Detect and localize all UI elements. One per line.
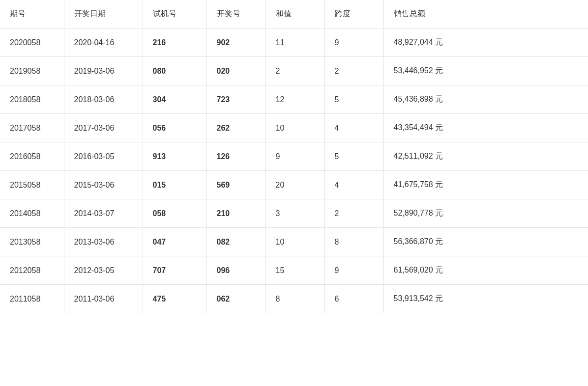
- table-body: 20200582020-04-1621690211948,927,044 元20…: [0, 28, 588, 313]
- cell-kuadu: 6: [324, 285, 383, 313]
- cell-shiji: 056: [143, 114, 206, 142]
- cell-kaijang: 210: [206, 199, 265, 228]
- cell-kuadu: 5: [324, 142, 383, 171]
- cell-shiji: 058: [143, 199, 206, 228]
- cell-kaijang: 569: [206, 171, 265, 199]
- cell-hezhi: 8: [265, 285, 324, 313]
- cell-shiji: 304: [143, 85, 206, 114]
- cell-shiji: 080: [143, 57, 206, 85]
- cell-xiaoshou: 48,927,044 元: [383, 28, 588, 57]
- cell-kuadu: 9: [324, 256, 383, 285]
- cell-date: 2016-03-05: [64, 142, 143, 171]
- cell-shiji: 216: [143, 28, 206, 57]
- table-row: 20110582011-03-064750628653,913,542 元: [0, 285, 588, 313]
- cell-hezhi: 3: [265, 199, 324, 228]
- cell-xiaoshou: 52,890,778 元: [383, 199, 588, 228]
- cell-xiaoshou: 53,913,542 元: [383, 285, 588, 313]
- table-row: 20170582017-03-0605626210443,354,494 元: [0, 114, 588, 142]
- header-hezhi: 和值: [265, 0, 324, 28]
- cell-qihao: 2012058: [0, 256, 64, 285]
- cell-kaijang: 262: [206, 114, 265, 142]
- cell-qihao: 2015058: [0, 171, 64, 199]
- header-shiji: 试机号: [143, 0, 206, 28]
- cell-kaijang: 902: [206, 28, 265, 57]
- cell-date: 2020-04-16: [64, 28, 143, 57]
- cell-kaijang: 082: [206, 228, 265, 256]
- cell-shiji: 475: [143, 285, 206, 313]
- cell-qihao: 2013058: [0, 228, 64, 256]
- cell-xiaoshou: 43,354,494 元: [383, 114, 588, 142]
- header-xiaoshou: 销售总额: [383, 0, 588, 28]
- cell-kaijang: 126: [206, 142, 265, 171]
- cell-kuadu: 4: [324, 114, 383, 142]
- cell-shiji: 015: [143, 171, 206, 199]
- header-qihao: 期号: [0, 0, 64, 28]
- cell-date: 2014-03-07: [64, 199, 143, 228]
- header-kaijang: 开奖号: [206, 0, 265, 28]
- cell-hezhi: 9: [265, 142, 324, 171]
- cell-date: 2011-03-06: [64, 285, 143, 313]
- cell-date: 2013-03-06: [64, 228, 143, 256]
- table-row: 20190582019-03-060800202253,446,952 元: [0, 57, 588, 85]
- cell-xiaoshou: 42,511,092 元: [383, 142, 588, 171]
- cell-date: 2017-03-06: [64, 114, 143, 142]
- cell-kaijang: 020: [206, 57, 265, 85]
- table-row: 20140582014-03-070582103252,890,778 元: [0, 199, 588, 228]
- header-kuadu: 跨度: [324, 0, 383, 28]
- cell-kuadu: 9: [324, 28, 383, 57]
- cell-kaijang: 096: [206, 256, 265, 285]
- cell-date: 2015-03-06: [64, 171, 143, 199]
- table-header-row: 期号 开奖日期 试机号 开奖号 和值 跨度 销售总额: [0, 0, 588, 28]
- cell-shiji: 707: [143, 256, 206, 285]
- cell-qihao: 2020058: [0, 28, 64, 57]
- cell-hezhi: 2: [265, 57, 324, 85]
- cell-xiaoshou: 56,366,870 元: [383, 228, 588, 256]
- header-date: 开奖日期: [64, 0, 143, 28]
- cell-qihao: 2014058: [0, 199, 64, 228]
- cell-qihao: 2019058: [0, 57, 64, 85]
- cell-qihao: 2011058: [0, 285, 64, 313]
- cell-hezhi: 15: [265, 256, 324, 285]
- cell-xiaoshou: 45,436,898 元: [383, 85, 588, 114]
- cell-hezhi: 20: [265, 171, 324, 199]
- cell-qihao: 2017058: [0, 114, 64, 142]
- table-row: 20130582013-03-0604708210856,366,870 元: [0, 228, 588, 256]
- table-row: 20160582016-03-059131269542,511,092 元: [0, 142, 588, 171]
- cell-date: 2018-03-06: [64, 85, 143, 114]
- cell-date: 2019-03-06: [64, 57, 143, 85]
- table-row: 20150582015-03-0601556920441,675,758 元: [0, 171, 588, 199]
- cell-hezhi: 10: [265, 228, 324, 256]
- cell-xiaoshou: 53,446,952 元: [383, 57, 588, 85]
- main-container: 期号 开奖日期 试机号 开奖号 和值 跨度 销售总额 20200582020-0…: [0, 0, 588, 386]
- table-row: 20180582018-03-0630472312545,436,898 元: [0, 85, 588, 114]
- cell-kuadu: 8: [324, 228, 383, 256]
- cell-hezhi: 10: [265, 114, 324, 142]
- cell-kaijang: 062: [206, 285, 265, 313]
- cell-hezhi: 11: [265, 28, 324, 57]
- table-row: 20200582020-04-1621690211948,927,044 元: [0, 28, 588, 57]
- cell-shiji: 913: [143, 142, 206, 171]
- cell-kuadu: 2: [324, 199, 383, 228]
- cell-kuadu: 4: [324, 171, 383, 199]
- cell-xiaoshou: 41,675,758 元: [383, 171, 588, 199]
- cell-qihao: 2016058: [0, 142, 64, 171]
- cell-kuadu: 2: [324, 57, 383, 85]
- cell-xiaoshou: 61,569,020 元: [383, 256, 588, 285]
- cell-kuadu: 5: [324, 85, 383, 114]
- cell-hezhi: 12: [265, 85, 324, 114]
- table-row: 20120582012-03-0570709615961,569,020 元: [0, 256, 588, 285]
- cell-qihao: 2018058: [0, 85, 64, 114]
- lottery-table: 期号 开奖日期 试机号 开奖号 和值 跨度 销售总额 20200582020-0…: [0, 0, 588, 313]
- cell-shiji: 047: [143, 228, 206, 256]
- cell-date: 2012-03-05: [64, 256, 143, 285]
- cell-kaijang: 723: [206, 85, 265, 114]
